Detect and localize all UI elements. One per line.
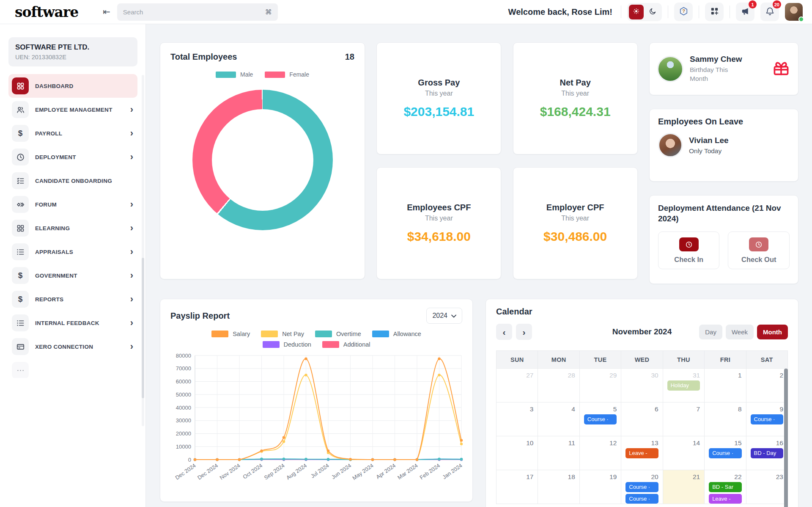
calendar-day[interactable]: 8 [705, 402, 746, 436]
svg-text:0: 0 [188, 457, 191, 463]
calendar-day[interactable]: 12 [580, 436, 621, 470]
calendar-day[interactable]: 4 [538, 402, 579, 436]
sidebar-item-dashboard[interactable]: DASHBOARD [8, 74, 137, 98]
calendar-event[interactable]: Course · [625, 494, 658, 504]
calendar-event[interactable]: Course · [584, 414, 617, 424]
check-out-button[interactable]: Check Out [728, 231, 790, 269]
legend-item-allowance[interactable]: Allowance [372, 331, 421, 337]
calendar-event[interactable]: BD - Sar [709, 482, 741, 492]
day-number: 4 [538, 402, 579, 414]
help-button[interactable]: ? [674, 3, 693, 21]
legend-item-salary[interactable]: Salary [211, 331, 250, 337]
user-avatar[interactable] [785, 3, 803, 21]
collapse-sidebar-icon[interactable]: ⇤ [103, 7, 110, 17]
svg-text:Jun 2024: Jun 2024 [330, 462, 352, 480]
weekday-header-thu: THU [663, 351, 705, 369]
calendar-event[interactable]: BD - Day [751, 448, 783, 458]
sidebar-item-payroll[interactable]: $PAYROLL› [8, 121, 137, 145]
notifications-button[interactable]: 20 [760, 3, 779, 21]
calendar-event[interactable]: Leave - [709, 494, 741, 504]
calendar-view-week[interactable]: Week [726, 325, 754, 339]
search-input[interactable] [123, 8, 265, 16]
calendar-day[interactable]: 7 [663, 402, 705, 436]
calendar-next-button[interactable]: › [516, 324, 532, 340]
calendar-day[interactable]: 5Course · [580, 402, 621, 436]
day-number: 17 [497, 470, 538, 482]
sidebar-item-label: INTERNAL FEEDBACK [35, 320, 124, 326]
divider [699, 6, 699, 18]
sidebar-item-government[interactable]: $GOVERNMENT› [8, 264, 137, 287]
sidebar-item-candidate-onboarding[interactable]: CANDIDATE ONBOARDING [8, 169, 137, 193]
sidebar-item-partial[interactable] [8, 358, 137, 378]
calendar-view-day[interactable]: Day [699, 325, 722, 339]
theme-toggle [627, 3, 662, 21]
weekday-header-fri: FRI [705, 351, 746, 369]
calendar-day[interactable]: 3 [497, 402, 538, 436]
calendar-day[interactable]: 15Course · [705, 436, 746, 470]
svg-text:Dec 2024: Dec 2024 [174, 462, 197, 481]
calendar-day[interactable]: 6 [621, 402, 663, 436]
check-in-button[interactable]: Check In [658, 231, 720, 269]
calendar-event[interactable]: Holiday [667, 380, 700, 391]
donut-legend: MaleFemale [170, 71, 354, 78]
calendar-view-month[interactable]: Month [757, 325, 788, 339]
calendar-prev-button[interactable]: ‹ [496, 324, 512, 340]
svg-text:Jul 2024: Jul 2024 [310, 462, 330, 479]
calendar-day[interactable]: 2 [746, 369, 788, 402]
calendar-day[interactable]: 22BD - SarLeave - [705, 470, 746, 504]
apps-button[interactable] [705, 3, 724, 21]
calendar-day[interactable]: 16BD - Day [746, 436, 788, 470]
legend-item-female: Female [265, 71, 309, 78]
calendar-day[interactable]: 27 [497, 369, 538, 402]
calendar-day[interactable]: 14 [663, 436, 705, 470]
sidebar-item-internal-feedback[interactable]: INTERNAL FEEDBACK› [8, 311, 137, 335]
calendar-day[interactable]: 17 [497, 470, 538, 504]
calendar-day[interactable]: 13Leave - [621, 436, 663, 470]
calendar-day[interactable]: 30 [621, 369, 663, 402]
sidebar-item-reports[interactable]: $REPORTS› [8, 287, 137, 311]
calendar-day[interactable]: 1 [705, 369, 746, 402]
sidebar-item-elearning[interactable]: ELEARNING› [8, 216, 137, 240]
weekday-header-sat: SAT [746, 351, 788, 369]
employees-cpf-subtitle: This year [425, 215, 453, 222]
calendar-day[interactable]: 11 [538, 436, 579, 470]
divider [621, 6, 621, 18]
sidebar-item-forum[interactable]: FORUM› [8, 193, 137, 216]
calendar-day[interactable]: 10 [497, 436, 538, 470]
calendar-day[interactable]: 29 [580, 369, 621, 402]
day-number: 16 [746, 436, 787, 448]
calendar-day[interactable]: 9Course · [746, 402, 788, 436]
sidebar-item-label: FORUM [35, 201, 124, 208]
calendar-day[interactable]: 19 [580, 470, 621, 504]
sidebar-item-deployment[interactable]: DEPLOYMENT› [8, 145, 137, 169]
svg-text:Feb 2024: Feb 2024 [419, 462, 442, 481]
dark-mode-button[interactable] [645, 5, 660, 19]
announcements-button[interactable]: 1 [736, 3, 754, 21]
svg-text:Dec 2024: Dec 2024 [196, 462, 219, 481]
light-mode-button[interactable] [629, 5, 644, 19]
calendar-day[interactable]: 28 [538, 369, 579, 402]
calendar-event[interactable]: Course · [625, 482, 658, 492]
calendar-day[interactable]: 23 [746, 470, 788, 504]
search-box[interactable]: ⌘ [117, 3, 278, 21]
legend-item-deduction[interactable]: Deduction [263, 341, 311, 348]
sidebar-item-employee-management[interactable]: EMPLOYEE MANAGEMENT› [8, 98, 137, 121]
sidebar-scrollbar[interactable] [142, 75, 144, 426]
sidebar-item-appraisals[interactable]: APPRAISALS› [8, 240, 137, 264]
sidebar-item-xero-connection[interactable]: XERO CONNECTION› [8, 335, 137, 358]
deployment-attendance-card: Deployment Attendance (21 Nov 2024) Chec… [649, 195, 798, 284]
calendar-event[interactable]: Course · [709, 448, 741, 458]
calendar-day[interactable]: 31Holiday [663, 369, 705, 402]
calendar-day[interactable]: 20Course ·Course · [621, 470, 663, 504]
legend-item-net-pay[interactable]: Net Pay [261, 331, 304, 337]
calendar-scrollbar[interactable] [784, 369, 788, 507]
year-select[interactable]: 2024 [426, 308, 462, 324]
more-icon [12, 362, 29, 378]
calendar-day[interactable]: 18 [538, 470, 579, 504]
legend-item-overtime[interactable]: Overtime [315, 331, 361, 337]
calendar-event[interactable]: Leave - [625, 448, 658, 458]
calendar-event[interactable]: Course · [751, 414, 783, 424]
legend-item-additional[interactable]: Additional [322, 341, 370, 348]
calendar-day-today[interactable]: 21 [663, 470, 705, 504]
sidebar-item-label: ELEARNING [35, 225, 124, 231]
